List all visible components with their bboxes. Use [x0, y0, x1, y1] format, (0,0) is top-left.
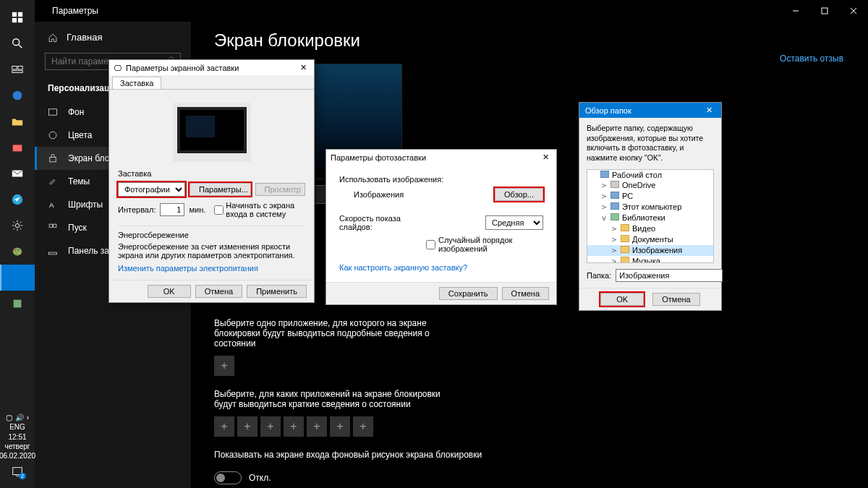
feedback-link[interactable]: Оставить отзыв [780, 53, 843, 64]
quick-app-tile[interactable]: + [353, 416, 373, 437]
svg-rect-22 [822, 8, 827, 14]
expand-icon[interactable]: > [610, 235, 618, 244]
speed-select[interactable]: Средняя [485, 215, 543, 230]
expand-icon[interactable]: > [600, 192, 608, 201]
tree-item-label: Документы [632, 235, 673, 244]
quick-app-tile[interactable]: + [284, 416, 304, 437]
close-icon[interactable]: ✕ [703, 106, 715, 115]
params-button[interactable]: Параметры... [190, 183, 251, 196]
quick-app-tile[interactable]: + [260, 416, 281, 437]
tree-item[interactable]: >Музыка [587, 256, 713, 263]
edge-icon [11, 89, 24, 102]
brush-icon [48, 176, 58, 187]
close-icon[interactable]: ✕ [540, 153, 552, 162]
interval-input[interactable] [160, 203, 184, 216]
help-link[interactable]: Как настроить экранную заставку? [339, 263, 467, 272]
ok-button[interactable]: OK [600, 293, 644, 306]
language-indicator[interactable]: ENG [9, 423, 25, 431]
tree-item-label: Этот компьютер [622, 202, 681, 211]
paint-button[interactable] [0, 239, 35, 265]
svg-point-13 [15, 223, 19, 227]
resume-checkbox-label[interactable]: Начинать с экрана входа в систему [214, 201, 305, 218]
clock[interactable]: 12:51 четверг 06.02.2020 [0, 432, 35, 461]
tab-screensaver[interactable]: Заставка [112, 77, 161, 89]
tree-item[interactable]: >Видео [587, 223, 713, 234]
tree-item[interactable]: >Этот компьютер [587, 202, 713, 213]
folder-input[interactable] [616, 269, 723, 282]
svg-rect-7 [18, 67, 22, 70]
telegram-button[interactable] [0, 187, 35, 213]
toggle-state: Откл. [249, 473, 271, 483]
page-heading: Экран блокировки [214, 30, 845, 51]
edge-button[interactable] [0, 82, 35, 108]
cancel-button[interactable]: Отмена [652, 293, 699, 306]
tree-item-label: Музыка [632, 257, 660, 263]
search-button[interactable] [0, 30, 35, 56]
svg-rect-6 [12, 67, 17, 70]
svg-rect-0 [12, 12, 17, 17]
store-button[interactable] [0, 134, 35, 160]
explorer-button[interactable] [0, 108, 35, 134]
drive-icon [610, 181, 619, 189]
expand-icon[interactable]: > [610, 257, 618, 263]
show-bg-toggle[interactable] [214, 471, 242, 484]
photosaver-titlebar: Параметры фотозаставки ✕ [326, 150, 556, 165]
random-checkbox[interactable] [426, 240, 435, 249]
settings-app-button[interactable] [0, 213, 35, 239]
quick-app-tile[interactable]: + [307, 416, 327, 437]
expand-icon[interactable]: › [27, 414, 29, 421]
browse-button[interactable]: Обзор... [495, 188, 543, 201]
svg-point-15 [14, 249, 16, 251]
apply-button[interactable]: Применить [247, 285, 307, 298]
tree-item[interactable]: Рабочий стол [587, 170, 713, 180]
settings-tile-icon [12, 271, 25, 284]
detail-app-tile[interactable]: + [214, 356, 234, 376]
close-icon[interactable]: ✕ [297, 63, 310, 72]
system-tray: ▢ 🔊 › ENG 12:51 четверг 06.02.2020 2 [0, 414, 35, 488]
settings-titlebar: Параметры [35, 0, 868, 22]
action-center-button[interactable]: 2 [0, 462, 35, 482]
palette-icon [48, 130, 58, 140]
quick-app-tile[interactable]: + [214, 416, 234, 437]
task-view-button[interactable] [0, 56, 35, 82]
cancel-button[interactable]: Отмена [502, 287, 549, 300]
volume-icon[interactable]: 🔊 [15, 414, 24, 421]
screensaver-select[interactable]: Фотографии [118, 182, 185, 197]
screensaver-group-label: Заставка [118, 169, 305, 178]
image-icon [48, 107, 58, 117]
quick-app-tile[interactable]: + [330, 416, 350, 437]
tree-item[interactable]: >Документы [587, 234, 713, 245]
save-button[interactable]: Сохранить [439, 287, 498, 300]
settings-task-button[interactable] [0, 265, 35, 291]
resume-checkbox[interactable] [214, 205, 224, 215]
expand-icon[interactable]: > [610, 224, 618, 234]
expand-icon[interactable]: > [600, 181, 608, 190]
app-button[interactable] [0, 291, 35, 317]
mail-button[interactable] [0, 160, 35, 187]
tray-chevron-icon[interactable]: ▢ [6, 414, 12, 421]
tree-item[interactable]: >OneDrive [587, 180, 713, 191]
expand-icon[interactable]: v [600, 213, 608, 223]
svg-rect-10 [13, 145, 22, 151]
preview-button[interactable]: Просмотр [255, 183, 305, 196]
nav-home[interactable]: Главная [35, 26, 191, 48]
ok-button[interactable]: OK [148, 285, 191, 298]
quick-app-tile[interactable]: + [237, 416, 258, 437]
tree-item[interactable]: >PC [587, 191, 713, 202]
folder-tree[interactable]: Рабочий стол>OneDrive>PC>Этот компьютерv… [587, 169, 714, 263]
folder-icon [621, 224, 629, 233]
pc-icon [610, 192, 619, 200]
tree-item[interactable]: vБиблиотеки [587, 213, 713, 223]
energy-link[interactable]: Изменить параметры электропитания [118, 264, 305, 273]
maximize-button[interactable] [810, 0, 839, 22]
random-checkbox-label[interactable]: Случайный порядок изображений [426, 236, 543, 253]
tree-item[interactable]: >Изображения [587, 245, 713, 256]
expand-icon[interactable]: > [610, 246, 618, 255]
expand-icon[interactable]: > [600, 202, 608, 212]
cancel-button[interactable]: Отмена [195, 285, 242, 298]
start-button[interactable] [0, 4, 35, 30]
close-button[interactable] [839, 0, 868, 22]
svg-rect-31 [49, 224, 52, 227]
svg-rect-33 [48, 252, 56, 254]
minimize-button[interactable] [781, 0, 810, 22]
